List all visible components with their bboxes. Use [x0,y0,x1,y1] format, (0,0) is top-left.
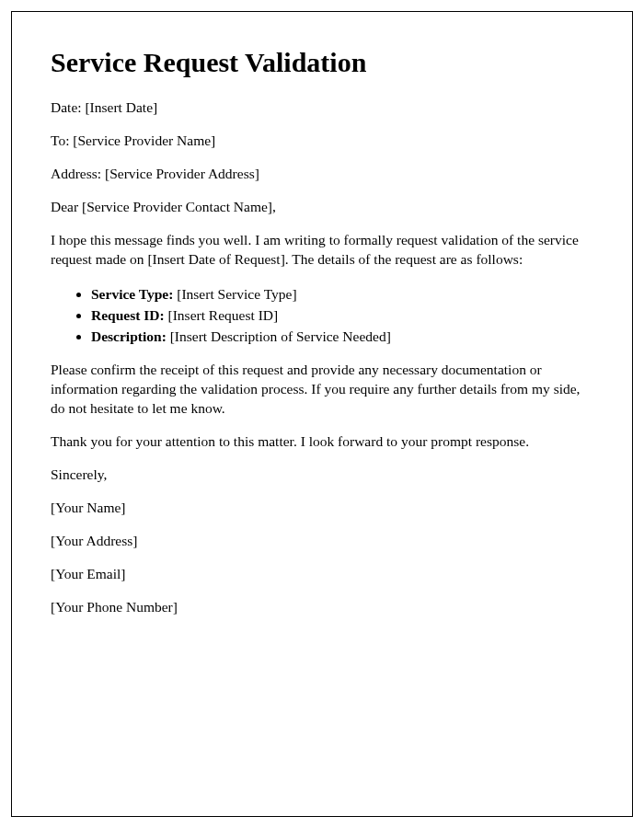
body-paragraph-1: I hope this message finds you well. I am… [51,231,593,270]
address-label: Address: [51,166,101,181]
list-item: Service Type: [Insert Service Type] [91,283,593,305]
list-item: Request ID: [Insert Request ID] [91,305,593,326]
signature-name: [Your Name] [51,499,593,518]
description-label: Description: [91,328,167,344]
service-type-value: [Insert Service Type] [177,286,296,302]
document-page: Service Request Validation Date: [Insert… [11,11,633,817]
to-value: [Service Provider Name] [73,132,215,148]
date-value: [Insert Date] [85,99,157,115]
details-list: Service Type: [Insert Service Type] Requ… [91,283,593,348]
address-line: Address: [Service Provider Address] [51,165,593,184]
date-line: Date: [Insert Date] [51,98,593,118]
document-title: Service Request Validation [51,47,593,78]
description-value: [Insert Description of Service Needed] [170,328,391,344]
service-type-label: Service Type: [91,286,173,302]
date-label: Date: [51,99,82,115]
to-line: To: [Service Provider Name] [51,132,593,151]
body-paragraph-3: Thank you for your attention to this mat… [51,432,593,452]
signature-phone: [Your Phone Number] [51,598,593,617]
address-value: [Service Provider Address] [105,166,259,181]
signature-email: [Your Email] [51,565,593,584]
request-id-value: [Insert Request ID] [168,307,279,323]
request-id-label: Request ID: [91,307,165,323]
body-paragraph-2: Please confirm the receipt of this reque… [51,361,593,419]
list-item: Description: [Insert Description of Serv… [91,326,593,347]
salutation: Dear [Service Provider Contact Name], [51,198,593,217]
signature-address: [Your Address] [51,532,593,551]
to-label: To: [51,132,69,148]
closing: Sincerely, [51,466,593,485]
